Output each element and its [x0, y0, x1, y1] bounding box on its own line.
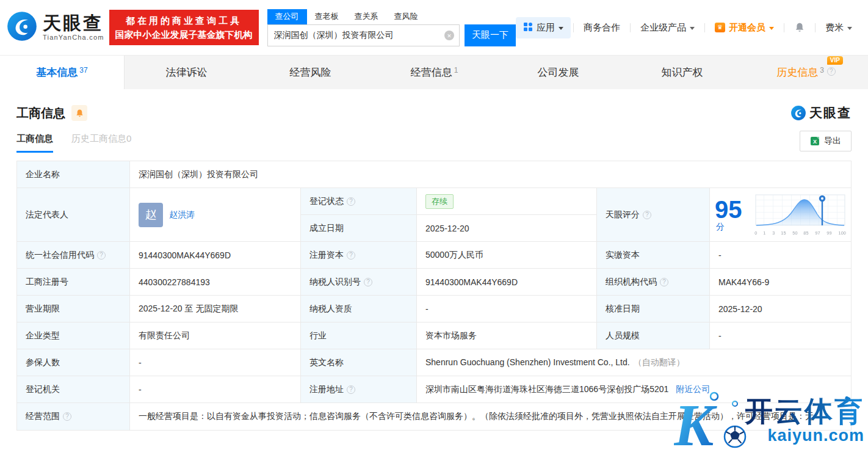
axis-tick: 1 [763, 230, 765, 235]
credit-code-label: 统一社会信用代码 [26, 250, 94, 261]
search-tab-relation[interactable]: 查关系 [347, 9, 386, 24]
paid-capital-label: 实缴资本 [597, 242, 710, 269]
kaiyun-logo-icon: K [674, 390, 753, 451]
reg-address-label-cell: 注册地址 [301, 376, 417, 403]
brand-name: 天眼查 [43, 13, 104, 33]
export-label: 导出 [824, 136, 841, 147]
help-icon[interactable] [347, 385, 355, 394]
tab-company-development[interactable]: 公司发展 [496, 56, 620, 89]
nav-cooperation-label: 商务合作 [584, 22, 620, 34]
tyc-score-widget[interactable]: 95分 [715, 192, 846, 237]
nav-enterprise[interactable]: 企业级产品 [633, 22, 702, 34]
tianyancha-watermark: 天眼查 [790, 104, 852, 122]
nav-user-label: 费米 [825, 22, 844, 34]
tab-history-info[interactable]: VIP 历史信息 3 [744, 56, 868, 89]
tianyancha-logo-icon [6, 10, 38, 45]
svg-text:K: K [674, 392, 717, 451]
kaiyun-domain-text: kaiyun.com [767, 426, 864, 445]
auto-translate-note: （自动翻译） [634, 357, 685, 367]
reg-status-label-cell: 登记状态 [301, 188, 417, 215]
table-row: 工商注册号 440300227884193 纳税人识别号 91440300MAK… [17, 269, 852, 296]
search-tab-boss[interactable]: 查老板 [307, 9, 347, 24]
axis-tick: 85 [804, 230, 809, 235]
tianyancha-logo[interactable]: 天眼查 TianYanCha.com [6, 10, 104, 45]
axis-tick: 15 [781, 230, 786, 235]
reg-address-value: 深圳市南山区粤海街道海珠社区海德三道1066号深创投广场5201 [425, 384, 668, 394]
search-clear-icon[interactable] [444, 31, 454, 40]
help-icon[interactable] [63, 412, 71, 421]
tyc-score-label-cell: 天眼评分 [597, 188, 710, 242]
tab-intellectual-property[interactable]: 知识产权 [620, 56, 744, 89]
nav-notifications[interactable] [787, 22, 812, 33]
nav-enterprise-label: 企业级产品 [640, 22, 686, 34]
tab-label: 经营信息 [411, 65, 452, 79]
nav-apps-label: 应用 [537, 22, 555, 34]
help-icon[interactable] [364, 278, 372, 286]
nav-divider [630, 23, 631, 32]
section-title: 工商信息 [16, 105, 65, 122]
tab-operating-info[interactable]: 经营信息 1 [372, 56, 496, 89]
bell-icon [794, 22, 805, 33]
slogan-banner: 都在用的商业查询工具 国家中小企业发展子基金旗下机构 [109, 10, 259, 46]
org-code-value: MAK44Y66-9 [710, 269, 852, 296]
search-area: 查公司 查老板 查关系 查风险 天眼一下 [267, 9, 516, 46]
tab-legal-proceedings[interactable]: 法律诉讼 [125, 56, 248, 89]
legal-rep-avatar[interactable]: 赵 [139, 203, 163, 227]
search-tab-company[interactable]: 查公司 [267, 9, 307, 24]
help-icon[interactable] [643, 211, 651, 219]
legal-rep-link[interactable]: 赵洪涛 [169, 209, 195, 220]
notification-bell-button[interactable] [71, 105, 87, 121]
help-icon[interactable] [347, 251, 355, 260]
axis-tick: 3 [772, 230, 775, 235]
reg-number-value: 440300227884193 [130, 269, 301, 296]
reg-number-label: 工商注册号 [17, 269, 130, 296]
crown-icon: ♛ [715, 23, 725, 32]
axis-tick: 0 [754, 230, 757, 235]
subtab-row: 工商信息 历史工商信息0 X 导出 [16, 131, 852, 153]
approval-date-value: 2025-12-20 [710, 296, 852, 322]
help-icon[interactable] [660, 278, 668, 286]
legal-rep-cell: 赵 赵洪涛 [130, 188, 301, 242]
tab-basic-info[interactable]: 基本信息 37 [0, 56, 125, 89]
nav-cooperation[interactable]: 商务合作 [576, 22, 627, 34]
kaiyun-watermark: K 开云体育 kaiyun.com [674, 390, 864, 451]
company-name-value: 深润国创（深圳）投资有限公司 [130, 161, 852, 188]
nav-open-vip[interactable]: ♛ 开通会员 [707, 22, 781, 34]
status-badge: 存续 [425, 194, 454, 209]
search-input[interactable] [267, 24, 460, 46]
nav-apps[interactable]: 应用 [516, 17, 571, 38]
taxpayer-id-value: 91440300MAK44Y669D [417, 269, 597, 296]
soccer-ball-icon [725, 426, 745, 447]
table-row: 参保人数 - 英文名称 Shenrun Guochuang (Shenzhen)… [17, 349, 852, 376]
help-icon[interactable] [347, 197, 355, 206]
taxpayer-quality-label: 纳税人资质 [301, 296, 417, 322]
help-icon[interactable] [827, 67, 836, 76]
excel-icon: X [810, 136, 820, 146]
tab-operating-risk[interactable]: 经营风险 [248, 56, 372, 89]
vip-badge: VIP [827, 56, 843, 65]
export-button[interactable]: X 导出 [800, 131, 852, 151]
company-tabs: 基本信息 37 法律诉讼 经营风险 经营信息 1 公司发展 知识产权 VIP 历… [0, 55, 868, 89]
staff-size-label: 人员规模 [597, 322, 710, 349]
help-icon[interactable] [97, 251, 106, 260]
insured-count-value: - [130, 349, 301, 376]
tianyancha-logo-icon [790, 105, 806, 121]
taxpayer-quality-value: - [417, 296, 597, 322]
axis-tick: 99 [826, 230, 831, 235]
taxpayer-id-label-cell: 纳税人识别号 [301, 269, 417, 296]
business-info-section: 工商信息 天眼查 工商信息 历史工商信息0 X 导出 [0, 89, 868, 431]
subtab-business-info[interactable]: 工商信息 [16, 133, 53, 153]
table-row: 统一社会信用代码 91440300MAK44Y669D 注册资本 50000万人… [17, 242, 852, 269]
approval-date-label: 核准日期 [597, 296, 710, 322]
search-button[interactable]: 天眼一下 [465, 24, 516, 46]
reg-authority-value: - [130, 376, 301, 403]
credit-code-value: 91440300MAK44Y669D [130, 242, 301, 269]
chevron-down-icon [769, 27, 774, 30]
search-tab-risk[interactable]: 查风险 [386, 9, 426, 24]
org-code-label: 组织机构代码 [606, 277, 657, 288]
nav-user[interactable]: 费米 [818, 22, 859, 34]
table-row: 企业类型 有限责任公司 行业 资本市场服务 人员规模 - [17, 322, 852, 349]
subtab-history-business-info[interactable]: 历史工商信息0 [71, 133, 131, 153]
apps-grid-icon [523, 22, 533, 34]
reg-capital-label-cell: 注册资本 [301, 242, 417, 269]
